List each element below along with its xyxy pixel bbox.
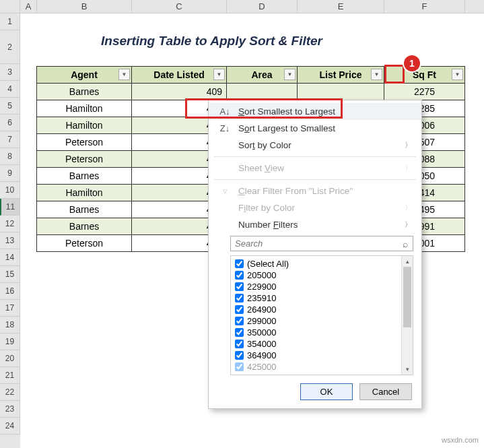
clear-filter-icon: ▿ — [218, 186, 232, 196]
cancel-button[interactable]: Cancel — [359, 383, 412, 400]
header-row: Agent▼ Date Listed▼ Area▼ List Price▼ Sq… — [37, 67, 465, 84]
row-number[interactable]: 17 — [0, 300, 20, 317]
row-number[interactable]: 6 — [0, 115, 20, 131]
menu-sort-descending[interactable]: Z↓ Sort Largest to Smallest — [209, 120, 421, 137]
callout-1: 1 — [404, 55, 420, 71]
row-number[interactable]: 14 — [0, 249, 20, 266]
filter-button-icon[interactable]: ▼ — [452, 69, 463, 80]
row-number[interactable]: 3 — [0, 64, 20, 81]
header-date[interactable]: Date Listed▼ — [132, 67, 227, 84]
scrollbar-thumb[interactable] — [403, 267, 411, 327]
filter-button-icon[interactable]: ▼ — [284, 69, 296, 80]
filter-dropdown: A↓ SSort Smallest to Largestort Smallest… — [208, 100, 422, 409]
checkbox-value[interactable]: 425000 — [232, 361, 400, 373]
header-price[interactable]: List Price▼ — [298, 67, 384, 84]
row-number[interactable]: 9 — [0, 165, 20, 182]
row-number[interactable]: 18 — [0, 317, 20, 333]
row-number[interactable]: 15 — [0, 266, 20, 283]
row-number[interactable]: 4 — [0, 81, 20, 98]
table-row[interactable]: Barnes4092275 — [37, 84, 465, 100]
checkbox-select-all[interactable]: (Select All) — [232, 258, 400, 269]
scroll-down-icon[interactable]: ▾ — [402, 364, 413, 375]
row-number[interactable]: 12 — [0, 216, 20, 232]
chevron-right-icon: 〉 — [405, 140, 412, 150]
chevron-right-icon: 〉 — [405, 220, 412, 230]
col-letter[interactable]: E — [298, 0, 384, 13]
checkbox-value[interactable]: 235910 — [232, 292, 400, 304]
col-letter[interactable]: A — [20, 0, 37, 13]
row-number[interactable]: 5 — [0, 98, 20, 115]
filter-checklist[interactable]: (Select All) 205000 229900 235910 264900… — [231, 256, 401, 375]
chevron-right-icon: 〉 — [405, 163, 412, 173]
row-number[interactable]: 13 — [0, 232, 20, 249]
checkbox-value[interactable]: 229900 — [232, 281, 400, 292]
filter-button-icon[interactable]: ▼ — [213, 69, 225, 80]
row-number[interactable]: 10 — [0, 182, 20, 199]
search-input[interactable] — [230, 236, 413, 251]
row-number[interactable]: 8 — [0, 148, 20, 165]
checkbox-value[interactable]: 350000 — [232, 327, 400, 338]
sort-asc-icon: A↓ — [218, 106, 232, 117]
col-letter[interactable]: D — [227, 0, 298, 13]
col-letter[interactable]: B — [37, 0, 132, 13]
row-number[interactable]: 7 — [0, 131, 20, 148]
row-number[interactable]: 23 — [0, 401, 20, 418]
search-icon: ⌕ — [403, 238, 408, 249]
row-headers: 1 2 3 4 5 6 7 8 9 10 11 12 13 14 15 16 1… — [0, 13, 20, 448]
filter-button-icon[interactable]: ▼ — [118, 69, 130, 80]
row-number[interactable]: 16 — [0, 283, 20, 300]
row-number[interactable]: 24 — [0, 418, 20, 435]
column-headers: A B C D E F — [0, 0, 484, 13]
row-number[interactable]: 20 — [0, 350, 20, 367]
sort-desc-icon: Z↓ — [218, 123, 232, 133]
col-letter[interactable]: F — [384, 0, 465, 13]
row-number[interactable]: 19 — [0, 333, 20, 350]
menu-sort-by-color[interactable]: Sort by Color 〉 — [209, 137, 421, 154]
header-sqft[interactable]: Sq Ft▼ — [384, 67, 465, 84]
checkbox-value[interactable]: 364900 — [232, 350, 400, 361]
menu-number-filters[interactable]: Number Filters 〉 — [209, 216, 421, 233]
header-area[interactable]: Area▼ — [227, 67, 298, 84]
row-number[interactable]: 1 — [0, 13, 20, 30]
col-letter[interactable]: C — [132, 0, 227, 13]
watermark: wsxdn.com — [442, 436, 479, 444]
page-title: Inserting Table to Apply Sort & Filter — [101, 34, 322, 49]
header-agent[interactable]: Agent▼ — [37, 67, 132, 84]
chevron-right-icon: 〉 — [405, 203, 412, 213]
menu-sort-ascending[interactable]: A↓ SSort Smallest to Largestort Smallest… — [209, 103, 421, 120]
checkbox-value[interactable]: 205000 — [232, 269, 400, 281]
checkbox-value[interactable]: 354000 — [232, 338, 400, 350]
menu-sheet-view: Sheet View 〉 — [209, 160, 421, 177]
menu-filter-by-color: Filter by Color 〉 — [209, 199, 421, 216]
row-number[interactable]: 21 — [0, 367, 20, 384]
checkbox-value[interactable]: 299000 — [232, 315, 400, 327]
filter-button-icon[interactable]: ▼ — [371, 69, 382, 80]
ok-button[interactable]: OK — [300, 383, 353, 400]
checkbox-value[interactable]: 264900 — [232, 304, 400, 315]
menu-clear-filter: ▿ Clear Filter From "List Price" — [209, 183, 421, 199]
scroll-up-icon[interactable]: ▴ — [402, 256, 413, 267]
row-number[interactable]: 2 — [0, 30, 20, 64]
row-number[interactable]: 11 — [0, 199, 20, 216]
row-number[interactable]: 22 — [0, 384, 20, 401]
scrollbar[interactable]: ▴ ▾ — [401, 256, 413, 375]
